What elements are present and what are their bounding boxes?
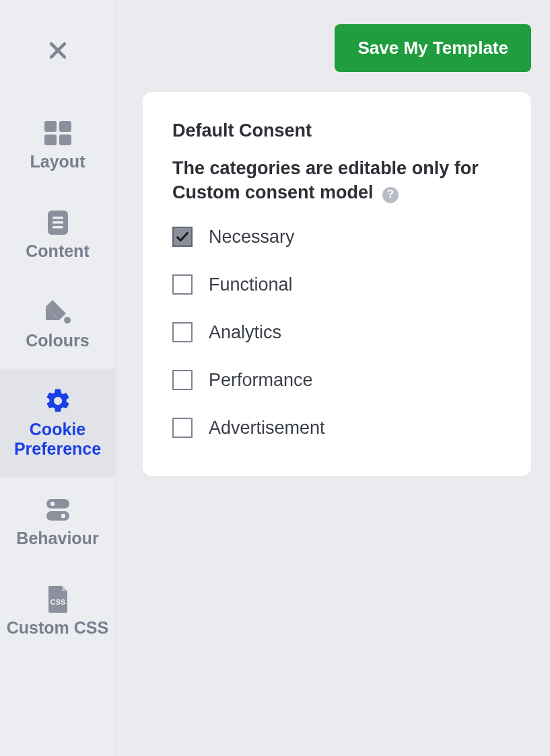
- checkbox-performance[interactable]: [172, 370, 193, 390]
- checkbox-functional[interactable]: [172, 274, 193, 295]
- close-button[interactable]: [0, 0, 115, 101]
- svg-text:CSS: CSS: [50, 598, 65, 606]
- sidebar-item-label: Behaviour: [16, 529, 98, 548]
- subtitle-text: The categories are editable only for Cus…: [172, 158, 479, 202]
- sidebar-item-label: Colours: [26, 331, 89, 350]
- category-label: Functional: [209, 274, 293, 295]
- sidebar: Layout Content Colours: [0, 0, 116, 756]
- sidebar-item-label: Custom CSS: [7, 618, 108, 638]
- close-icon: [46, 39, 69, 62]
- svg-point-14: [61, 514, 65, 518]
- content-icon: [46, 209, 70, 236]
- sidebar-item-cookie-preference[interactable]: Cookie Preference: [0, 369, 115, 478]
- category-row-advertisement: Advertisement: [172, 418, 502, 439]
- layout-icon: [43, 120, 73, 147]
- svg-point-12: [50, 502, 54, 506]
- svg-rect-3: [59, 121, 71, 132]
- sidebar-item-content[interactable]: Content: [0, 190, 115, 280]
- check-icon: [175, 229, 190, 244]
- svg-rect-11: [46, 499, 69, 508]
- css-file-icon: CSS: [46, 584, 70, 614]
- main-panel: Save My Template Default Consent The cat…: [116, 0, 550, 756]
- card-subtitle: The categories are editable only for Cus…: [172, 156, 502, 205]
- help-icon[interactable]: ?: [382, 187, 399, 203]
- card-title: Default Consent: [172, 120, 502, 141]
- category-row-performance: Performance: [172, 370, 502, 391]
- category-row-analytics: Analytics: [172, 322, 502, 343]
- category-label: Performance: [209, 370, 313, 391]
- sidebar-item-layout[interactable]: Layout: [0, 101, 115, 190]
- top-bar: Save My Template: [143, 24, 531, 72]
- gear-icon: [44, 387, 72, 415]
- sidebar-item-colours[interactable]: Colours: [0, 280, 115, 369]
- sidebar-item-label: Content: [26, 241, 89, 261]
- sidebar-item-label: Cookie Preference: [5, 420, 110, 459]
- checkbox-analytics[interactable]: [172, 322, 193, 342]
- checkbox-advertisement[interactable]: [172, 418, 193, 438]
- category-row-necessary: Necessary: [172, 227, 502, 248]
- app-root: Layout Content Colours: [0, 0, 550, 756]
- category-label: Necessary: [209, 227, 295, 248]
- behaviour-icon: [44, 496, 72, 523]
- checkbox-necessary[interactable]: [172, 227, 193, 247]
- svg-point-10: [64, 317, 71, 324]
- svg-rect-13: [46, 511, 69, 521]
- svg-rect-8: [53, 221, 63, 224]
- svg-rect-2: [44, 121, 57, 132]
- svg-rect-7: [53, 217, 63, 219]
- category-label: Analytics: [209, 322, 281, 343]
- category-row-functional: Functional: [172, 274, 502, 295]
- svg-rect-5: [59, 135, 71, 145]
- category-label: Advertisement: [209, 418, 325, 439]
- save-template-button[interactable]: Save My Template: [335, 24, 531, 72]
- sidebar-item-label: Layout: [30, 152, 85, 172]
- default-consent-card: Default Consent The categories are edita…: [143, 92, 531, 476]
- svg-rect-9: [53, 226, 63, 229]
- sidebar-item-behaviour[interactable]: Behaviour: [0, 478, 115, 567]
- sidebar-item-custom-css[interactable]: CSS Custom CSS: [0, 567, 115, 656]
- svg-rect-4: [44, 135, 57, 145]
- colours-icon: [43, 297, 73, 327]
